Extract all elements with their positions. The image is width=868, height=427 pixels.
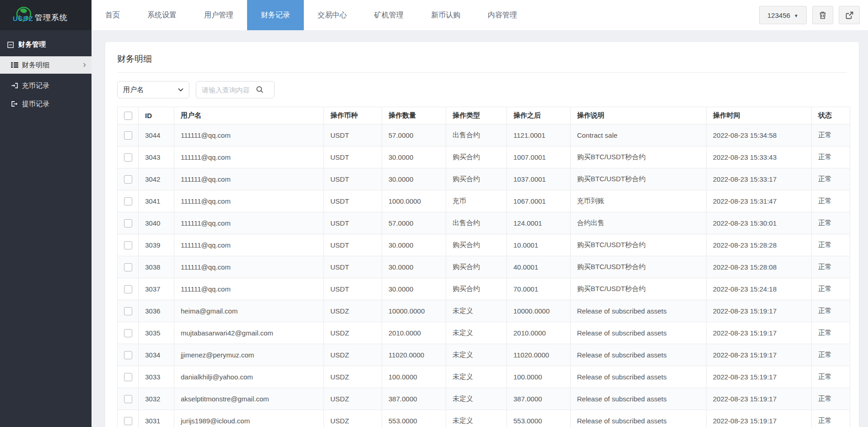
cell: 购买BTC/USDT秒合约 (571, 234, 706, 256)
cell: 未定义 (446, 300, 507, 322)
search-box (196, 81, 275, 98)
cell: USDT (324, 256, 382, 278)
row-checkbox[interactable] (124, 329, 132, 337)
cell: 111111@qq.com (174, 124, 324, 146)
cell: 2022-08-23 15:19:17 (706, 388, 812, 410)
row-checkbox[interactable] (124, 175, 132, 184)
trash-button[interactable] (812, 6, 833, 24)
select-all-cell (118, 107, 139, 124)
filter-field-select[interactable]: 用户名 (117, 81, 189, 98)
cell: 57.0000 (382, 124, 446, 146)
row-select-cell (118, 146, 139, 168)
cell: 3038 (139, 256, 174, 278)
nav-tab-system[interactable]: 系统设置 (134, 0, 190, 30)
cell: 2022-08-23 15:28:08 (706, 256, 812, 278)
cell: USDT (324, 212, 382, 234)
cell: 3041 (139, 190, 174, 212)
sidebar-item-label: 财务明细 (22, 61, 49, 70)
row-checkbox[interactable] (124, 395, 132, 403)
cell: 111111@qq.com (174, 256, 324, 278)
user-dropdown-button[interactable]: 123456 ▼ (759, 6, 807, 24)
row-checkbox[interactable] (124, 241, 132, 249)
row-checkbox[interactable] (124, 417, 132, 425)
sidebar-item-finance-detail[interactable]: 财务明细› (0, 56, 92, 74)
row-checkbox[interactable] (124, 307, 132, 315)
search-icon[interactable] (256, 86, 264, 94)
cell: 2010.0000 (382, 322, 446, 344)
nav-tab-trade[interactable]: 交易中心 (304, 0, 361, 30)
cell: 正常 (812, 234, 850, 256)
row-select-cell (118, 278, 139, 300)
cell: 3031 (139, 410, 174, 427)
logo-suffix-text: 管理系统 (35, 12, 68, 23)
cell: 出售合约 (446, 212, 507, 234)
cell: 正常 (812, 410, 850, 427)
row-checkbox[interactable] (124, 373, 132, 381)
sidebar-item-deposit-records[interactable]: 充币记录 (0, 76, 92, 95)
cell: 正常 (812, 344, 850, 366)
cell: 387.0000 (507, 388, 571, 410)
export-button[interactable] (839, 6, 860, 24)
cell: Contract sale (571, 124, 706, 146)
sidebar-section-finance[interactable]: 财务管理 (0, 30, 92, 56)
cell: 30.0000 (382, 168, 446, 190)
sidebar-item-withdraw-records[interactable]: 提币记录 (0, 95, 92, 113)
cell: 2022-08-23 15:19:17 (706, 366, 812, 388)
cell: akselptitmonstre@gmail.com (174, 388, 324, 410)
column-header: 操作说明 (571, 107, 706, 124)
cell: 正常 (812, 168, 850, 190)
column-header: 操作币种 (324, 107, 382, 124)
row-select-cell (118, 344, 139, 366)
cell: 10.0001 (507, 234, 571, 256)
row-checkbox[interactable] (124, 197, 132, 205)
globe-logo-icon: USDZ (14, 5, 34, 25)
filter-field-value: 用户名 (123, 86, 178, 94)
cell: 正常 (812, 124, 850, 146)
table-row: 3039111111@qq.comUSDT30.0000购买合约10.0001购… (118, 234, 850, 256)
cell: 购买合约 (446, 168, 507, 190)
cell: 未定义 (446, 388, 507, 410)
cell: 正常 (812, 388, 850, 410)
row-select-cell (118, 410, 139, 427)
select-all-checkbox[interactable] (124, 112, 132, 120)
cell: 1000.0000 (382, 190, 446, 212)
sidebar: 财务管理 财务明细› 充币记录 提币记录 (0, 30, 92, 427)
cell: 2022-08-23 15:28:28 (706, 234, 812, 256)
nav-tab-users[interactable]: 用户管理 (190, 0, 247, 30)
page-title: 财务明细 (105, 42, 859, 72)
content-card: 财务明细 用户名 (105, 42, 859, 427)
cell: 出售合约 (446, 124, 507, 146)
row-checkbox[interactable] (124, 131, 132, 140)
nav-tab-finance[interactable]: 财务记录 (247, 0, 304, 30)
nav-tab-content[interactable]: 内容管理 (474, 0, 531, 30)
nav-tab-home[interactable]: 首页 (92, 0, 134, 30)
row-checkbox[interactable] (124, 285, 132, 293)
row-select-cell (118, 168, 139, 190)
filter-controls: 用户名 (105, 73, 859, 107)
row-select-cell (118, 256, 139, 278)
row-checkbox[interactable] (124, 263, 132, 271)
cell: USDT (324, 234, 382, 256)
cell: 购买BTC/USDT秒合约 (571, 168, 706, 190)
nav-tab-newcoin[interactable]: 新币认购 (417, 0, 474, 30)
main-area: 财务明细 用户名 (92, 30, 868, 427)
user-dropdown-label: 123456 (767, 11, 790, 19)
sign-in-icon (11, 82, 18, 89)
row-select-cell (118, 234, 139, 256)
row-checkbox[interactable] (124, 219, 132, 227)
cell: USDZ (324, 388, 382, 410)
cell: 正常 (812, 190, 850, 212)
nav-tab-mining[interactable]: 矿机管理 (361, 0, 417, 30)
row-checkbox[interactable] (124, 153, 132, 162)
table-row: 3033danialkhilji@yahoo.comUSDZ100.0000未定… (118, 366, 850, 388)
cell: 111111@qq.com (174, 146, 324, 168)
cell: 3042 (139, 168, 174, 190)
cell: 2022-08-23 15:19:17 (706, 300, 812, 322)
cell: 2022-08-23 15:30:01 (706, 212, 812, 234)
search-input[interactable] (202, 86, 256, 94)
row-checkbox[interactable] (124, 351, 132, 359)
chevron-down-icon (178, 88, 183, 92)
sidebar-item-label: 提币记录 (22, 100, 49, 108)
sidebar-section-label: 财务管理 (18, 40, 46, 49)
table-row: 3044111111@qq.comUSDT57.0000出售合约1121.000… (118, 124, 850, 146)
